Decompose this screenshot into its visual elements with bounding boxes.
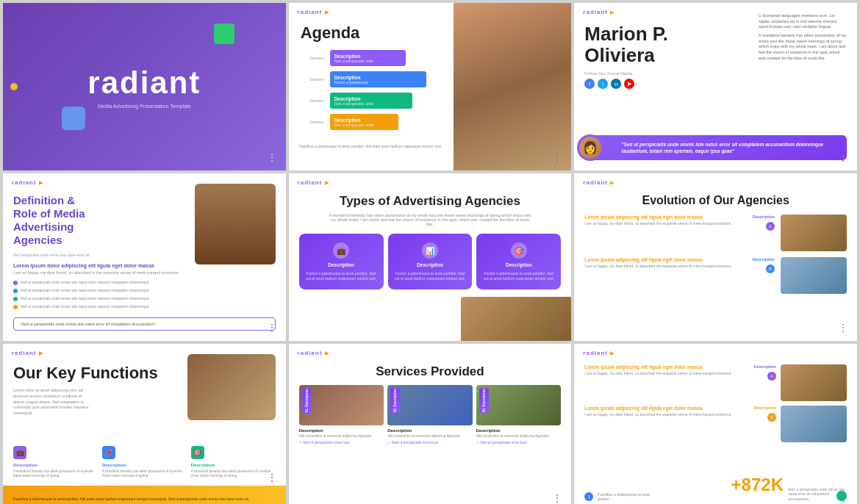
key-card-3: 🎯 Description A wonderful famerity has t… (191, 446, 276, 478)
key-dot-menu[interactable]: ⋮ (267, 472, 277, 483)
stat-desc-2: Description (754, 406, 776, 410)
stat-dot-menu[interactable]: ⋮ (838, 492, 848, 504)
hero-shape-yellow (10, 83, 18, 90)
agenda-footer-text: Faedlkus a palettesque et amet porttitor… (299, 144, 447, 148)
info-text: Faedlkus a delkettespar et amet portitor… (598, 492, 656, 501)
srv-desc-title-1: Description (299, 428, 384, 433)
type-sub-2: Facitur a palettesque et amet porttitor.… (394, 271, 467, 281)
srv-label-2: 02. Description (390, 388, 400, 413)
info-icon: i (584, 492, 593, 501)
evo-badge-1: Description A (753, 215, 775, 231)
srv-item-2: 02. Description Description Aiki consect… (387, 385, 473, 444)
srv-grid: 01. Description Description Aiki consect… (299, 385, 562, 444)
slide-agenda: radiant ▶ Agenda Section Description Sed… (289, 3, 572, 170)
marion-social-icons: f t in ▶ (584, 79, 680, 89)
slide-marion: radiant ▶ Marion P. Oliviera Follow Our … (574, 3, 857, 170)
key-icon-1: 💼 (13, 446, 26, 459)
srv-img-2: 02. Description (387, 385, 473, 425)
srv-item-1: 01. Description Description Aiki consect… (299, 385, 384, 444)
srv-check-2: ✓ Sed ut perspiciatis omia luce (387, 440, 473, 444)
agenda-item: Section Description Sed ut perspiciatis … (301, 50, 439, 66)
srv-label-1: 01. Description (302, 388, 312, 413)
def-logo: radiant ▶ (12, 179, 43, 186)
agenda-item: Section Description Facitur a palettesqu… (301, 71, 439, 87)
hero-dot-menu[interactable]: ⋮ (267, 151, 277, 163)
def-dot-menu[interactable]: ⋮ (267, 322, 277, 334)
stat-img-1 (781, 364, 847, 401)
srv-desc-title-2: Description (387, 428, 473, 433)
key-subtitle: Lorem dolci sit amet adipiscing orci, ad… (13, 388, 94, 416)
evo-head-2: Lorem ipsum adipiscing elit ligula eget … (584, 257, 746, 262)
key-image (187, 354, 276, 420)
evo-badge-2: Description B (753, 257, 775, 273)
type-title-2: Description (417, 262, 443, 267)
marion-right-text: Li European languages members eum. Lor s… (759, 13, 847, 62)
key-yellow-strip: Faedlkus a delkettespar et amet portitor… (3, 486, 286, 504)
facebook-icon[interactable]: f (584, 79, 595, 89)
key-icon-3: 🎯 (191, 446, 204, 459)
type-card-2: 📊 Description Facitur a palettesque et a… (388, 234, 473, 289)
types-subtitle: A wonderful famerity has taken possessio… (327, 213, 533, 226)
key-card-1: 💼 Description A wonderful famerity has t… (13, 446, 98, 478)
bullet-2: Sed ut perspiciatis unde omnis iste natu… (13, 288, 276, 293)
stat-body-1: I am so happy, my dear friend, so absorb… (584, 371, 749, 376)
srv-dot-menu[interactable]: ⋮ (552, 492, 562, 504)
twitter-icon[interactable]: t (598, 79, 608, 89)
marion-name: Marion P. Oliviera (584, 24, 680, 65)
srv-img-1: 01. Description (299, 385, 384, 425)
bullet-dot-purple (13, 281, 18, 285)
srv-desc-text-1: Aiki consectetur et commodo adipiscing d… (299, 434, 384, 439)
hero-shape-green (214, 24, 234, 44)
slide-hero: radiant Media Advertising Presentation T… (3, 3, 286, 170)
type-title-1: Description (328, 262, 354, 267)
def-image (195, 184, 276, 264)
marion-dot-menu[interactable]: ⋮ (838, 151, 848, 163)
key-cards: 💼 Description A wonderful famerity has t… (13, 446, 276, 478)
slide-stats: radiant ▶ Lorem ipsum adipiscing elit li… (574, 344, 857, 504)
evo-head-1: Lorem ipsum adipiscing elit ligula eget … (584, 215, 746, 220)
youtube-icon[interactable]: ▶ (624, 79, 634, 89)
big-stat: +872K (731, 475, 784, 495)
agenda-bar-4: Description Sed ut perspiciatis unde (330, 114, 399, 130)
def-title: Definition & Role of Media Advertising A… (13, 194, 94, 247)
evo-title: Evolution of Our Agencies (584, 194, 847, 207)
types-dot-menu[interactable]: ⋮ (552, 322, 562, 334)
stat-footer: i Faedlkus a delkettespar et amet portit… (584, 475, 847, 502)
marion-logo: radiant ▶ (583, 9, 614, 15)
bullet-1: Sed ut perspiciatis unde omnis iste natu… (13, 280, 276, 285)
types-title: Types of Advertising Agencies (299, 194, 562, 209)
bullet-dot-yellow (13, 305, 18, 309)
stat-row-1: Lorem ipsum adipiscing elit ligula eget … (584, 364, 847, 401)
srv-img-3: 03. Description (476, 385, 562, 425)
stat-badge-1: A (767, 372, 776, 381)
bullet-dot-green (13, 297, 18, 301)
bullet-4: Sed ut perspiciatis unde omnis iste natu… (13, 304, 276, 309)
type-card-1: 💼 Description Facitur a palettesque et a… (299, 234, 384, 289)
srv-title: Services Provided (299, 364, 562, 379)
stat-logo: radiant ▶ (583, 350, 614, 356)
type-sub-3: Facitur a palettesque et amet porttitor.… (482, 271, 555, 281)
hero-subtitle: Media Advertising Presentation Template (87, 104, 201, 109)
type-sub-1: Facitur a palettesque et amet porttitor.… (305, 271, 378, 281)
key-card-text-2: A wonderful famerity has taken possessio… (102, 469, 187, 478)
srv-desc-text-2: Aiki consectetur et commodo adipiscing d… (387, 434, 473, 439)
evo-dot-menu[interactable]: ⋮ (838, 322, 848, 334)
agenda-dot-menu[interactable]: ⋮ (552, 151, 562, 163)
types-bottom-image (461, 297, 571, 341)
key-card-title-2: Description (102, 463, 187, 467)
key-card-2: 📌 Description A wonderful famerity has t… (102, 446, 187, 478)
key-icon-2: 📌 (102, 446, 115, 459)
srv-label-3: 03. Description (479, 388, 489, 413)
evo-row-1: Lorem ipsum adipiscing elit ligula eget … (584, 215, 847, 251)
types-cards: 💼 Description Facitur a palettesque et a… (299, 234, 562, 289)
marion-quote-box: 👩 "Sed ut perspiciatis unde omnis iste n… (584, 135, 847, 160)
agenda-item: Section Description Sed ut perspiciatis … (301, 93, 439, 109)
evo-img-1 (781, 215, 847, 251)
stat-head-2: Lorem ipsum adipiscing elit ligula eget … (584, 406, 749, 411)
marion-social-label: Follow Our Social Media (584, 71, 680, 76)
type-icon-3: 🎯 (511, 242, 527, 259)
agenda-image (454, 3, 571, 170)
bullet-3: Sed ut perspiciatis unde omnis iste natu… (13, 296, 276, 301)
linkedin-icon[interactable]: in (611, 79, 621, 89)
stat-img-2 (781, 406, 847, 442)
